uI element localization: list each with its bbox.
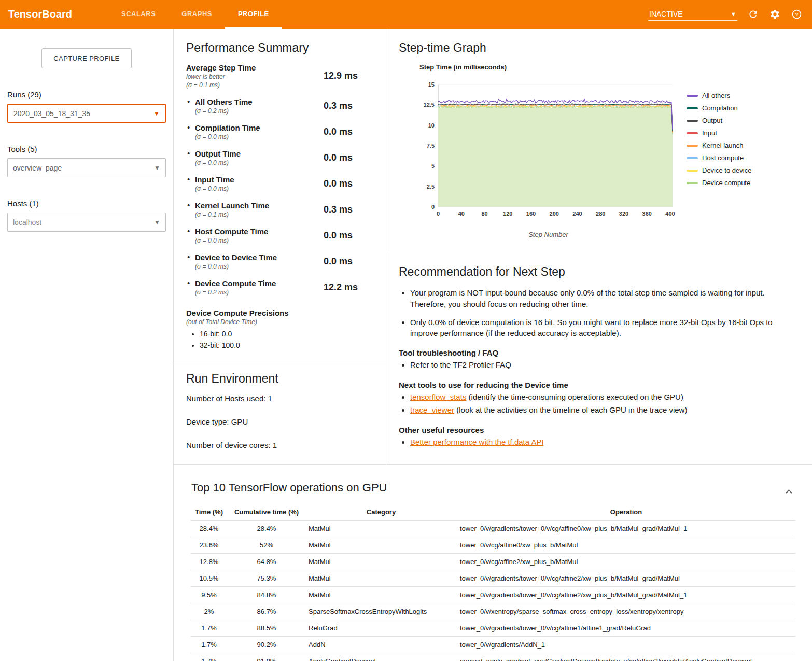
cell-category: MatMul [305,554,457,570]
cell-cumulative: 64.8% [228,554,305,570]
legend-item: Device compute [687,179,751,187]
legend-label: Host compute [702,154,744,162]
metric-kernel-launch-time: Kernel Launch Time (σ = 0.1 ms) 0.3 ms [186,201,373,218]
runs-label: Runs (29) [7,90,166,99]
metric-label: Compilation Time [195,123,260,132]
help-icon: ? [791,9,802,20]
metric-value: 0.0 ms [324,178,373,189]
legend-label: All others [702,92,730,100]
collapse-section-button[interactable] [783,485,794,497]
runs-dropdown-value: 2020_03_05_18_31_35 [13,109,90,118]
tfdata-performance-link[interactable]: Better performance with the tf.data API [410,438,544,446]
tab-scalars[interactable]: SCALARS [108,0,169,29]
tensorflow-stats-link[interactable]: tensorflow_stats [410,392,466,401]
metric-label: Average Step Time [186,63,256,72]
cell-operation: tower_0/v/gradients/tower_0/v/cg/affine0… [457,521,795,537]
top-ops-title: Top 10 TensorFlow operations on GPU [191,481,795,495]
cell-cumulative: 86.7% [228,603,305,620]
help-button[interactable]: ? [790,8,803,21]
status-dropdown[interactable]: INACTIVE ▼ [648,8,737,21]
recommendation-panel: Recommendation for Next Step Your progra… [386,252,812,463]
metric-value: 12.9 ms [324,71,373,81]
tools-dropdown[interactable]: overview_page ▼ [7,158,166,177]
cell-cumulative: 52% [228,537,305,554]
table-row: 1.7% 90.2% AddN tower_0/v/gradients/AddN… [190,637,795,653]
metric-host-compute-time: Host Compute Time (σ = 0.0 ms) 0.0 ms [186,227,373,244]
tools-label: Tools (5) [7,145,166,153]
legend-item: Input [687,129,751,137]
legend-label: Input [702,129,717,137]
precisions-title: Device Compute Precisions [186,308,373,317]
next-tools-heading: Next tools to use for reducing the Devic… [399,381,800,389]
hosts-dropdown-value: localhost [13,218,41,227]
cell-category: MatMul [305,521,457,537]
right-column: Step-time Graph Step Time (in millisecon… [386,29,812,464]
metric-sigma: (σ = 0.0 ms) [195,237,268,244]
cell-category: ReluGrad [305,620,457,637]
cell-operation: tower_0/v/gradients/tower_0/v/cg/affine2… [457,570,795,587]
metric-sigma: (σ = 0.0 ms) [195,185,234,192]
trace-viewer-link[interactable]: trace_viewer [410,405,454,414]
top-app-bar: TensorBoard SCALARS GRAPHS PROFILE INACT… [0,0,812,29]
metric-label: Kernel Launch Time [195,201,269,210]
metric-label: Output Time [195,149,241,158]
capture-profile-button[interactable]: CAPTURE PROFILE [41,48,131,68]
svg-text:0: 0 [437,210,440,217]
legend-swatch [687,95,698,97]
metric-device-to-device-time: Device to Device Time (σ = 0.0 ms) 0.0 m… [186,253,373,270]
run-environment-title: Run Environment [186,372,373,386]
sidebar: CAPTURE PROFILE Runs (29) 2020_03_05_18_… [0,29,173,661]
hosts-dropdown[interactable]: localhost ▼ [7,213,166,232]
col-header-time: Time (%) [190,504,228,521]
legend-swatch [687,170,698,172]
cell-time: 10.5% [190,570,228,587]
cell-category: MatMul [305,537,457,554]
tab-profile-label: PROFILE [238,10,269,18]
metric-value: 0.0 ms [324,152,373,163]
tool-item: trace_viewer (look at the activities on … [410,404,800,416]
refresh-button[interactable] [747,8,759,21]
cell-time: 12.8% [190,554,228,570]
legend-swatch [687,157,698,159]
cell-time: 2% [190,603,228,620]
table-row: 12.8% 64.8% MatMul tower_0/v/cg/affine2/… [190,554,795,570]
svg-text:5: 5 [431,163,435,169]
metric-sigma: (σ = 0.0 ms) [195,263,277,270]
chevron-down-icon: ▼ [154,164,160,172]
svg-text:2.5: 2.5 [427,184,435,190]
recommendation-bullet: Your program is NOT input-bound because … [410,287,800,310]
step-time-graph-panel: Step-time Graph Step Time (in millisecon… [386,29,812,252]
cell-cumulative: 75.3% [228,570,305,587]
cell-time: 1.7% [190,653,228,661]
top-ops-table: Time (%) Cumulative time (%) Category Op… [190,504,795,661]
cell-cumulative: 91.9% [228,653,305,661]
topbar-controls: INACTIVE ▼ ? [648,0,812,29]
tab-scalars-label: SCALARS [121,10,156,18]
table-row: 1.7% 88.5% ReluGrad tower_0/v/gradients/… [190,620,795,637]
legend-label: Output [702,117,722,124]
content-area: Performance Summary Average Step Time lo… [173,29,812,661]
metric-value: 0.3 ms [324,101,373,111]
section-divider [174,361,386,361]
settings-button[interactable] [768,8,781,21]
tab-graphs[interactable]: GRAPHS [169,0,225,29]
step-time-chart: 02.557.51012.515040801201602002402803203… [417,80,679,224]
metric-sigma: (σ = 0.2 ms) [195,107,253,115]
svg-text:400: 400 [665,210,675,217]
cell-time: 1.7% [190,637,228,653]
chart-plot-area: 02.557.51012.515040801201602002402803203… [417,80,679,238]
tab-profile[interactable]: PROFILE [225,0,282,29]
tensorboard-page: TensorBoard SCALARS GRAPHS PROFILE INACT… [0,0,812,661]
legend-label: Kernel launch [702,142,744,149]
resource-item: Better performance with the tf.data API [410,437,800,448]
chevron-up-icon [786,489,792,496]
metric-value: 0.0 ms [324,126,373,137]
cell-operation: tower_0/v/gradients/AddN_1 [457,637,795,653]
performance-summary-panel: Performance Summary Average Step Time lo… [174,29,386,464]
runs-dropdown[interactable]: 2020_03_05_18_31_35 ▼ [7,104,166,123]
table-row: 9.5% 84.8% MatMul tower_0/v/gradients/to… [190,587,795,603]
run-env-device-cores: Number of device cores: 1 [186,441,373,449]
step-time-graph-title: Step-time Graph [399,41,800,55]
chart-wrap: 02.557.51012.515040801201602002402803203… [417,80,800,238]
run-env-device-type: Device type: GPU [186,417,373,426]
